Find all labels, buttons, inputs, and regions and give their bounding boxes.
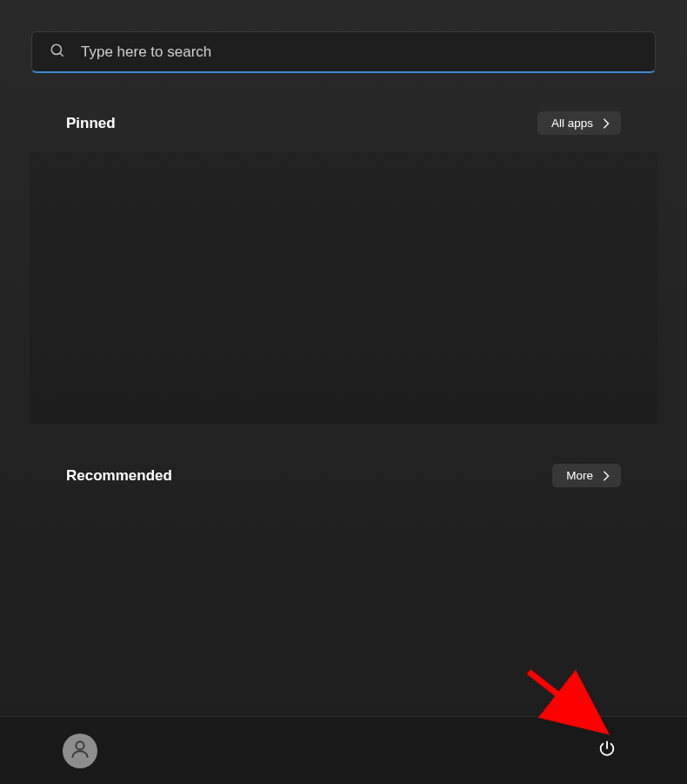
search-box[interactable] xyxy=(31,31,656,73)
user-account-button[interactable] xyxy=(63,734,97,768)
svg-point-2 xyxy=(76,741,83,749)
recommended-title: Recommended xyxy=(66,467,172,485)
power-button[interactable] xyxy=(590,734,624,768)
start-menu-panel: Pinned All apps Recommended More xyxy=(0,0,687,716)
more-button[interactable]: More xyxy=(552,464,621,487)
more-label: More xyxy=(566,469,593,482)
recommended-header: Recommended More xyxy=(0,464,687,487)
pinned-title: Pinned xyxy=(66,115,116,132)
start-menu-footer xyxy=(0,716,687,784)
pinned-apps-area xyxy=(30,152,657,424)
recommended-items-area xyxy=(30,505,657,696)
pinned-header: Pinned All apps xyxy=(0,111,687,135)
chevron-right-icon xyxy=(602,118,610,129)
search-icon xyxy=(50,43,65,62)
search-row xyxy=(0,31,687,73)
power-icon xyxy=(597,740,617,761)
chevron-right-icon xyxy=(602,471,610,481)
svg-line-1 xyxy=(60,53,63,57)
all-apps-label: All apps xyxy=(551,117,593,130)
search-input[interactable] xyxy=(81,44,637,61)
svg-point-0 xyxy=(51,44,61,54)
all-apps-button[interactable]: All apps xyxy=(537,111,621,135)
user-icon xyxy=(69,738,91,763)
